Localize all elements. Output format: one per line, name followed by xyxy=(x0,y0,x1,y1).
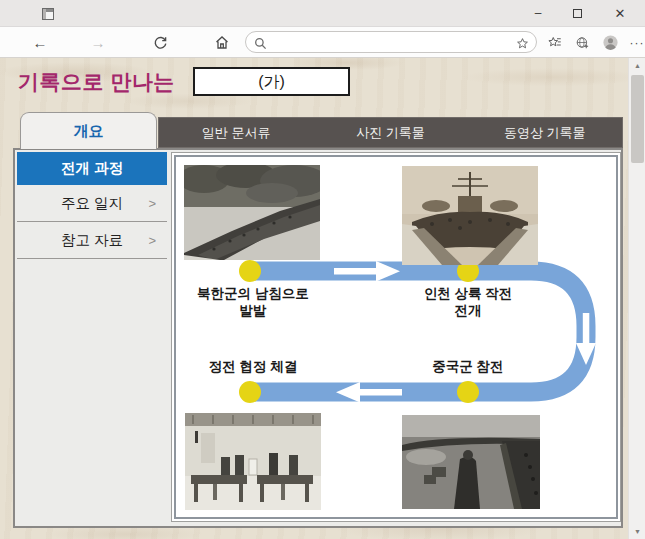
timeline-dot xyxy=(239,381,261,403)
address-bar[interactable] xyxy=(245,31,537,53)
sidebar-item-development-process[interactable]: 전개 과정 xyxy=(17,152,167,185)
tab-bar: 일반 문서류 사진 기록물 동영상 기록물 xyxy=(158,117,623,148)
scroll-down-arrow[interactable]: ▼ xyxy=(629,524,645,539)
profile-button[interactable] xyxy=(597,27,623,58)
vertical-scrollbar[interactable]: ▲ ▼ xyxy=(628,58,645,539)
step-label-chinese-entry: 중국군 참전 xyxy=(393,358,543,375)
extensions-button[interactable] xyxy=(569,27,595,58)
timeline-dot xyxy=(239,260,261,282)
home-button[interactable] xyxy=(208,27,236,58)
chevron-right-icon: > xyxy=(148,222,156,259)
photo-north-korean-invasion xyxy=(184,165,320,260)
collections-button[interactable] xyxy=(541,27,567,58)
browser-tab-icon[interactable] xyxy=(42,8,54,20)
browser-window: – ✕ ← → xyxy=(0,0,645,539)
refresh-icon xyxy=(153,35,168,50)
content-panel: 북한군의 남침으로 발발 인천 상륙 작전 전개 정전 협정 체결 중국군 참전 xyxy=(171,152,621,522)
flow-arrow-down xyxy=(583,313,590,343)
content-panel-inner: 북한군의 남침으로 발발 인천 상륙 작전 전개 정전 협정 체결 중국군 참전 xyxy=(174,155,618,519)
refresh-button[interactable] xyxy=(146,27,174,58)
favorite-star-icon[interactable] xyxy=(516,36,529,54)
photo-chinese-troops xyxy=(402,415,540,509)
collections-star-icon xyxy=(547,35,562,50)
browser-navbar: ← → xyxy=(0,27,645,58)
records-widget: 개요 일반 문서류 사진 기록물 동영상 기록물 전개 과정 주요 일지 > 참… xyxy=(13,112,623,528)
maximize-button[interactable] xyxy=(560,0,594,27)
sidebar-item-major-journal[interactable]: 주요 일지 > xyxy=(17,185,167,222)
photo-incheon-landing xyxy=(402,166,538,265)
scroll-up-arrow[interactable]: ▲ xyxy=(629,58,645,73)
window-titlebar: – ✕ xyxy=(0,0,645,27)
home-icon xyxy=(214,35,230,50)
step-label-incheon: 인천 상륙 작전 전개 xyxy=(393,285,543,319)
step-label-invasion: 북한군의 남침으로 발발 xyxy=(178,285,328,319)
chevron-right-icon: > xyxy=(148,185,156,222)
sidebar: 전개 과정 주요 일지 > 참고 자료 > xyxy=(17,152,167,259)
globe-plus-icon xyxy=(575,35,590,50)
back-button[interactable]: ← xyxy=(26,27,54,58)
forward-button[interactable]: → xyxy=(84,27,112,58)
flow-arrow-right xyxy=(334,268,376,275)
search-icon xyxy=(254,36,267,54)
tab-overview[interactable]: 개요 xyxy=(20,112,157,149)
maximize-icon xyxy=(573,9,582,18)
blank-answer-box: (가) xyxy=(193,67,350,96)
photo-armistice-signing xyxy=(185,413,321,510)
tab-general-documents[interactable]: 일반 문서류 xyxy=(159,118,313,147)
scrollbar-thumb[interactable] xyxy=(631,75,644,163)
browser-menu-button[interactable]: ··· xyxy=(624,27,645,58)
page-title: 기록으로 만나는 xyxy=(18,68,175,96)
sidebar-item-reference-materials[interactable]: 참고 자료 > xyxy=(17,222,167,259)
tab-video-records[interactable]: 동영상 기록물 xyxy=(468,118,622,147)
close-button[interactable]: ✕ xyxy=(603,0,637,27)
sidebar-item-label: 참고 자료 xyxy=(61,232,123,248)
step-label-armistice: 정전 협정 체결 xyxy=(178,358,328,375)
avatar-icon xyxy=(602,34,619,51)
widget-body: 전개 과정 주요 일지 > 참고 자료 > xyxy=(13,148,623,528)
tab-photo-records[interactable]: 사진 기록물 xyxy=(313,118,467,147)
sidebar-item-label: 주요 일지 xyxy=(61,195,123,211)
flow-arrow-left xyxy=(360,389,402,396)
timeline-dot xyxy=(457,381,479,403)
minimize-button[interactable]: – xyxy=(521,0,555,27)
